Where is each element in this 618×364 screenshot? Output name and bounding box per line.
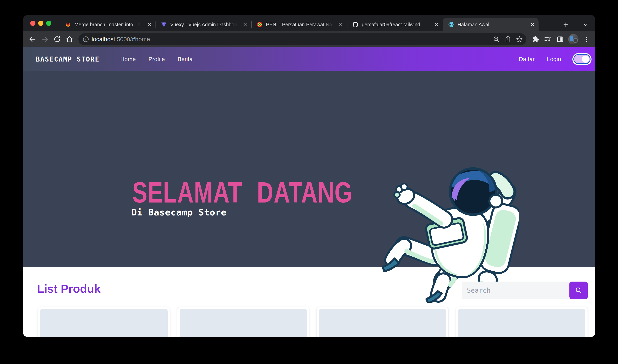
close-tab-icon[interactable]: [337, 21, 344, 28]
site-info-icon[interactable]: [82, 36, 89, 43]
tab-github[interactable]: gemafajar09/react-tailwind: [347, 18, 443, 31]
zoom-page-icon[interactable]: [490, 33, 502, 45]
vuexy-icon: [161, 21, 167, 28]
extensions-puzzle-icon[interactable]: [530, 33, 541, 45]
search-button[interactable]: [569, 282, 588, 299]
url-text: localhost:5000/#home: [91, 36, 490, 43]
nav-links: Home Profile Berita: [120, 56, 193, 63]
site-navbar: BASECAMP STORE Home Profile Berita Dafta…: [23, 47, 595, 71]
product-card[interactable]: [456, 307, 588, 337]
nav-link-berita[interactable]: Berita: [178, 56, 193, 63]
product-image-placeholder: [458, 309, 586, 337]
menu-dots-icon[interactable]: [581, 33, 592, 45]
close-tab-icon[interactable]: [433, 21, 440, 28]
tab-vuexy[interactable]: Vuexy - Vuejs Admin Dashboard: [155, 18, 251, 31]
media-playlist-icon[interactable]: [542, 33, 554, 45]
minimize-window-button[interactable]: [38, 21, 43, 26]
search-input[interactable]: [462, 282, 571, 299]
tab-title: Merge branch 'master' into 'jiha: [75, 22, 143, 27]
desktop: { "browser": { "tabs": [ {"icon": "gitla…: [0, 0, 618, 364]
nav-actions: Daftar Login: [519, 54, 591, 64]
address-bar[interactable]: localhost:5000/#home: [78, 33, 527, 45]
sidebar-panel-icon[interactable]: [554, 33, 566, 45]
browser-toolbar: localhost:5000/#home: [23, 31, 595, 47]
tab-title: Vuexy - Vuejs Admin Dashboard: [170, 22, 239, 27]
tab-halaman-awal[interactable]: Halaman Awal: [443, 18, 539, 31]
tabs: Merge branch 'master' into 'jiha Vuexy -…: [60, 18, 539, 31]
product-search: [462, 282, 588, 299]
reload-button[interactable]: [51, 33, 63, 45]
hero-subtitle: Di Basecamp Store: [131, 207, 227, 218]
github-icon: [352, 21, 359, 28]
back-button[interactable]: [27, 33, 38, 45]
hero-section: SELAMAT DATANG Di Basecamp Store: [23, 71, 595, 267]
product-image-placeholder: [319, 309, 446, 337]
nav-link-home[interactable]: Home: [120, 56, 136, 63]
product-image-placeholder: [40, 309, 168, 337]
search-icon: [575, 286, 582, 294]
bookmark-star-icon[interactable]: [514, 33, 525, 45]
tab-ppni[interactable]: PPNI - Persatuan Perawat Nasional: [251, 18, 347, 31]
nav-link-profile[interactable]: Profile: [149, 56, 165, 63]
react-icon: [448, 21, 454, 28]
ppni-icon: [257, 21, 263, 28]
hero-title: SELAMAT DATANG: [132, 178, 352, 207]
profile-avatar[interactable]: [568, 34, 579, 44]
theme-toggle[interactable]: [573, 54, 591, 64]
product-list: [38, 307, 588, 337]
close-tab-icon[interactable]: [529, 21, 536, 28]
product-card[interactable]: [316, 307, 449, 337]
tab-strip: Merge branch 'master' into 'jiha Vuexy -…: [23, 15, 595, 31]
product-card[interactable]: [177, 307, 309, 337]
new-tab-button[interactable]: [561, 20, 571, 30]
tab-title: PPNI - Persatuan Perawat Nasional: [266, 22, 334, 27]
search-tabs-chevron-icon[interactable]: [581, 20, 590, 29]
product-image-placeholder: [180, 309, 307, 337]
browser-window: Merge branch 'master' into 'jiha Vuexy -…: [23, 15, 595, 337]
gitlab-icon: [65, 21, 71, 28]
home-button[interactable]: [64, 33, 75, 45]
toggle-knob: [582, 55, 589, 63]
fullscreen-window-button[interactable]: [46, 21, 51, 26]
forward-button[interactable]: [39, 33, 51, 45]
product-card[interactable]: [38, 307, 170, 337]
tab-title: Halaman Awal: [458, 22, 526, 27]
window-controls: [30, 21, 51, 26]
web-page: BASECAMP STORE Home Profile Berita Dafta…: [23, 47, 595, 337]
close-tab-icon[interactable]: [242, 21, 248, 28]
login-link[interactable]: Login: [547, 56, 561, 63]
products-heading: List Produk: [37, 282, 101, 295]
tab-title: gemafajar09/react-tailwind: [362, 22, 430, 27]
close-window-button[interactable]: [30, 21, 36, 26]
share-icon[interactable]: [502, 33, 514, 45]
close-tab-icon[interactable]: [146, 21, 153, 28]
daftar-link[interactable]: Daftar: [519, 56, 535, 63]
site-brand: BASECAMP STORE: [36, 55, 100, 63]
tab-gitlab-merge[interactable]: Merge branch 'master' into 'jiha: [60, 18, 155, 31]
